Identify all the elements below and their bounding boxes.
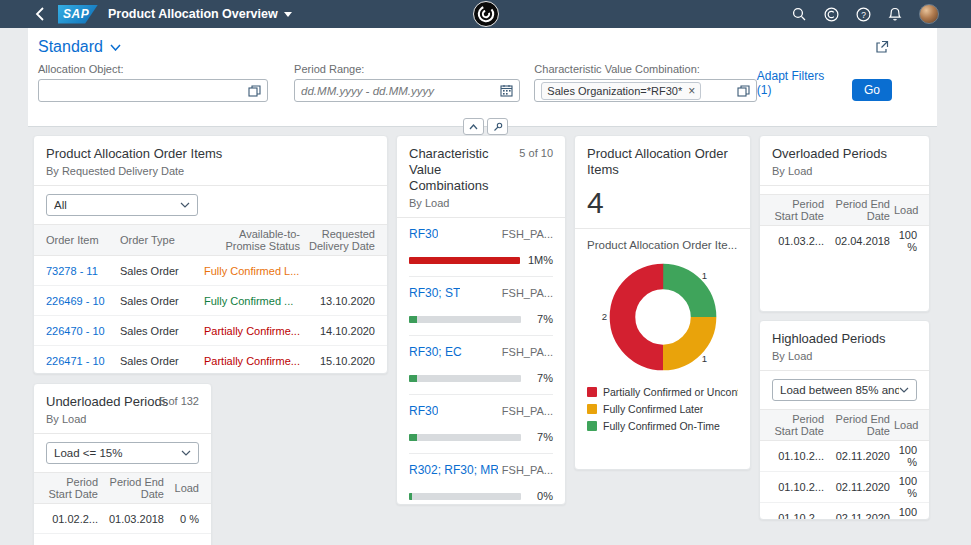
table-row[interactable]: 01.03.2... 02.04.2018 100 % bbox=[760, 226, 929, 256]
col-period-end: Period End Date bbox=[828, 413, 890, 437]
chevron-down-icon bbox=[899, 387, 909, 393]
cvc-name-link[interactable]: RF30; ST bbox=[409, 286, 460, 300]
col-load: Load bbox=[168, 482, 199, 494]
cvc-bar-track bbox=[409, 375, 521, 382]
app-title-menu[interactable]: Product Allocation Overview bbox=[108, 7, 292, 21]
cvc-list-item[interactable]: RF30 FSH_PA... 7% bbox=[409, 395, 553, 454]
cvc-filter-token[interactable]: Sales Organization=*RF30* × bbox=[541, 82, 701, 100]
table-row[interactable]: 01.02.2... 01.03.2018 0 % bbox=[34, 504, 211, 534]
cvc-bar-fill bbox=[409, 316, 417, 323]
table-row[interactable]: 01.10.2... 02.11.2020 100 % bbox=[760, 472, 929, 503]
order-item-link[interactable]: 226471 - 10 bbox=[46, 355, 116, 367]
cvc-secondary-label: FSH_PA... bbox=[502, 287, 553, 299]
variant-title: Standard bbox=[38, 38, 103, 56]
cvc-bar-fill bbox=[409, 257, 520, 264]
table-row[interactable]: 226469 - 10 Sales Order Fully Confirmed … bbox=[34, 286, 387, 316]
col-period-start: Period Start Date bbox=[772, 198, 824, 222]
period-range-label: Period Range: bbox=[294, 63, 520, 75]
period-start-cell: 01.10.2... bbox=[772, 450, 824, 462]
user-avatar[interactable] bbox=[919, 4, 939, 24]
card-title: Product Allocation Order Items bbox=[46, 146, 375, 162]
order-item-link[interactable]: 73278 - 11 bbox=[46, 265, 116, 277]
card-title: Product Allocation Order Items bbox=[587, 146, 738, 178]
chevron-down-icon bbox=[181, 450, 191, 456]
shell-header: SAP Product Allocation Overview ? bbox=[0, 0, 971, 28]
company-logo bbox=[473, 1, 499, 31]
load-cell: 100 % bbox=[894, 506, 917, 520]
table-header: Order Item Order Type Available-to-Promi… bbox=[34, 224, 387, 256]
share-icon[interactable] bbox=[875, 40, 889, 58]
cvc-name-link[interactable]: RF30 bbox=[409, 227, 438, 241]
cvc-bar-value: 7% bbox=[529, 431, 553, 443]
table-row[interactable]: 226471 - 10 Sales Order Partially Confir… bbox=[34, 346, 387, 374]
cvc-list-item[interactable]: RF30; EC FSH_PA... 7% bbox=[409, 336, 553, 395]
col-period-end: Period End Date bbox=[102, 476, 164, 500]
legend-item: Fully Confirmed Later bbox=[587, 403, 738, 415]
notifications-bell-icon[interactable] bbox=[887, 6, 903, 22]
select-value: Load <= 15% bbox=[54, 447, 181, 459]
cvc-secondary-label: FSH_PA... bbox=[502, 228, 553, 240]
allocation-object-field bbox=[38, 79, 268, 102]
cvc-name-link[interactable]: R302; RF30; MR55... bbox=[409, 463, 498, 477]
load-cell: 0 % bbox=[168, 513, 199, 525]
cvc-name-link[interactable]: RF30; EC bbox=[409, 345, 462, 359]
order-type-cell: Sales Order bbox=[120, 265, 200, 277]
load-cell: 100 % bbox=[894, 229, 917, 253]
period-range-input[interactable] bbox=[301, 85, 500, 97]
adapt-filters-link[interactable]: Adapt Filters (1) bbox=[757, 69, 838, 102]
allocation-object-input[interactable] bbox=[45, 85, 248, 97]
period-end-cell: 02.04.2018 bbox=[828, 235, 890, 247]
cvc-bar-fill bbox=[409, 434, 417, 441]
table-header: Period Start Date Period End Date Load bbox=[34, 472, 211, 504]
token-remove-icon[interactable]: × bbox=[688, 84, 695, 98]
help-icon[interactable]: ? bbox=[855, 6, 871, 22]
svg-text:2: 2 bbox=[601, 311, 606, 322]
variant-selector[interactable]: Standard bbox=[38, 38, 121, 56]
order-item-link[interactable]: 226469 - 10 bbox=[46, 295, 116, 307]
requested-date-cell: 14.10.2020 bbox=[304, 325, 375, 337]
order-item-link[interactable]: 226470 - 10 bbox=[46, 325, 116, 337]
order-items-filter-select[interactable]: All bbox=[46, 194, 198, 216]
chart-title: Product Allocation Order Ite... bbox=[587, 239, 738, 251]
cvc-card: Characteristic Value Combinations 5 of 1… bbox=[396, 135, 566, 505]
highloaded-filter-select[interactable]: Load between 85% and 100% bbox=[772, 379, 917, 401]
search-icon[interactable] bbox=[791, 6, 807, 22]
table-row[interactable]: 73278 - 11 Sales Order Fully Confirmed L… bbox=[34, 256, 387, 286]
table-header: Period Start Date Period End Date Load bbox=[760, 409, 929, 441]
table-row[interactable]: 226470 - 10 Sales Order Partially Confir… bbox=[34, 316, 387, 346]
cvc-bar-value: 7% bbox=[529, 313, 553, 325]
cvc-list-item[interactable]: R302; RF30; MR55... FSH_PA... 0% bbox=[409, 454, 553, 505]
atp-status-cell: Partially Confirme... bbox=[204, 325, 300, 337]
period-start-cell: 01.02.2... bbox=[46, 513, 98, 525]
header-panel: Standard Allocation Object: Period Range… bbox=[28, 28, 937, 127]
back-icon[interactable] bbox=[30, 5, 48, 23]
requested-date-cell: 13.10.2020 bbox=[304, 295, 375, 307]
donut-chart[interactable]: 112 bbox=[587, 253, 738, 381]
cvc-bar-value: 1M% bbox=[528, 254, 553, 266]
sap-logo[interactable]: SAP bbox=[58, 5, 98, 24]
card-count: 5 of 10 bbox=[519, 147, 553, 159]
pin-filter-bar-button[interactable] bbox=[487, 118, 508, 135]
chevron-down-icon bbox=[110, 44, 121, 51]
underloaded-filter-select[interactable]: Load <= 15% bbox=[46, 442, 199, 464]
col-period-start: Period Start Date bbox=[772, 413, 824, 437]
calendar-icon[interactable] bbox=[500, 84, 513, 97]
copilot-icon[interactable] bbox=[823, 6, 839, 22]
overloaded-periods-card: Overloaded Periods By Load Period Start … bbox=[759, 135, 930, 312]
legend-label: Partially Confirmed or Unconfirm... bbox=[603, 386, 738, 398]
requested-date-cell: 15.10.2020 bbox=[304, 355, 375, 367]
value-help-icon[interactable] bbox=[248, 85, 261, 97]
col-order-type: Order Type bbox=[120, 234, 200, 246]
table-row[interactable]: 01.10.2... 02.11.2020 100 % bbox=[760, 503, 929, 520]
cvc-list-item[interactable]: RF30; ST FSH_PA... 7% bbox=[409, 277, 553, 336]
table-row[interactable]: 01.03.2... 02.04.2018 0 % bbox=[34, 534, 211, 545]
value-help-icon[interactable] bbox=[737, 85, 750, 97]
collapse-filter-bar-button[interactable] bbox=[463, 118, 484, 135]
order-items-kpi-card: Product Allocation Order Items 4 Product… bbox=[574, 135, 751, 470]
token-text: Sales Organization=*RF30* bbox=[547, 85, 682, 97]
table-row[interactable]: 01.10.2... 02.11.2020 100 % bbox=[760, 441, 929, 472]
cvc-list-item[interactable]: RF30 FSH_PA... 1M% bbox=[409, 218, 553, 277]
kpi-value: 4 bbox=[587, 186, 738, 220]
go-button[interactable]: Go bbox=[852, 79, 892, 101]
cvc-name-link[interactable]: RF30 bbox=[409, 404, 438, 418]
